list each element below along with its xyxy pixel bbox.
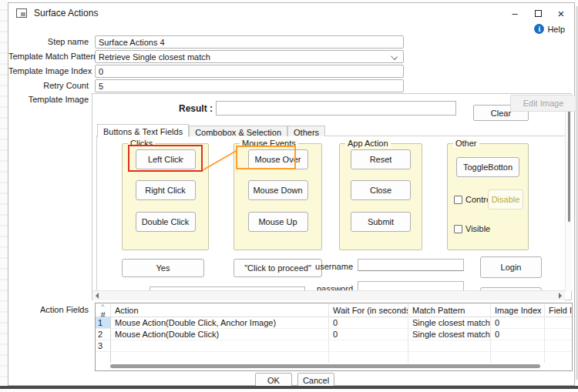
wait-for-cell: [329, 340, 408, 352]
template-match-pattern-select[interactable]: Retrieve Single closest match: [95, 50, 404, 63]
other-group: Other ToggleBotton Control Disable Visib…: [447, 143, 529, 250]
field-info-cell: [545, 317, 572, 329]
match-pattern-cell: Single closest match: [408, 329, 491, 340]
vertical-scrollbar-thumb[interactable]: [568, 108, 570, 222]
close-button[interactable]: Close: [351, 180, 411, 200]
yes-button[interactable]: Yes: [122, 259, 204, 277]
right-click-button[interactable]: Right Click: [136, 180, 196, 200]
visible-checkbox-row: Visible: [454, 224, 490, 233]
wait-for-cell: 0: [329, 317, 408, 329]
login-button[interactable]: Login: [480, 256, 542, 278]
mouse-down-button[interactable]: Mouse Down: [248, 180, 308, 200]
submit-button[interactable]: Submit: [351, 212, 411, 232]
table-scrollbar-thumb[interactable]: [110, 364, 540, 368]
control-checkbox[interactable]: [454, 196, 462, 204]
action-cell: [111, 352, 329, 364]
template-image-index-input[interactable]: [95, 65, 404, 78]
window-controls: – ×: [503, 3, 573, 23]
action-fields-label: Action Fields: [8, 305, 89, 314]
reset-button[interactable]: Reset: [351, 149, 411, 169]
help-link[interactable]: i Help: [534, 24, 565, 34]
caret-up-icon: ^: [97, 303, 109, 308]
row-number-cell[interactable]: 1: [96, 317, 111, 329]
field-info-cell: [545, 340, 572, 352]
tab-combobox-selection[interactable]: Combobox & Selection: [189, 126, 287, 136]
scroll-right-icon[interactable]: [559, 293, 562, 299]
window-title: Surface Actions: [34, 8, 98, 18]
column-header-action: Action: [111, 303, 329, 317]
column-header-match-pattern: Match Pattern: [408, 303, 491, 317]
image-index-cell: [491, 352, 545, 364]
result-input[interactable]: [216, 101, 456, 116]
surface-actions-dialog: Surface Actions – × i Help Step name Tem…: [8, 2, 575, 386]
control-checkbox-row: Control: [454, 195, 492, 204]
template-image-panel: Edit Image Result : Clear Buttons & Text…: [92, 93, 572, 300]
template-match-pattern-value: Retrieve Single closest match: [99, 52, 210, 62]
table-row-empty: [96, 352, 572, 364]
retry-count-label: Retry Count: [8, 81, 89, 90]
tab-buttons-text-fields[interactable]: Buttons & Text Fields: [97, 124, 189, 137]
step-name-input[interactable]: [95, 35, 404, 49]
tab-others[interactable]: Others: [287, 126, 325, 136]
visible-checkbox-label: Visible: [465, 224, 490, 233]
window-icon: [16, 8, 27, 18]
table-horizontal-scrollbar[interactable]: [96, 363, 571, 370]
template-image-label: Template Image: [8, 95, 89, 104]
edit-image-button[interactable]: Edit Image: [510, 95, 576, 112]
field-info-cell: [545, 329, 572, 340]
row-number-cell[interactable]: 3: [96, 340, 111, 352]
horizontal-scrollbar[interactable]: [92, 290, 565, 300]
action-cell: Mouse Action(Double Click, Anchor Image): [111, 317, 329, 329]
column-header-number[interactable]: ^ #: [96, 303, 111, 317]
template-image-index-label: Template Image Index: [8, 66, 89, 75]
action-cell: Mouse Action(Double Click): [111, 329, 329, 340]
orange-highlight-box: [236, 146, 296, 169]
double-click-button[interactable]: Double Click: [136, 212, 196, 232]
other-group-title: Other: [453, 139, 479, 148]
app-action-group: App Action Reset Close Submit: [339, 143, 422, 250]
close-icon[interactable]: ×: [549, 3, 573, 23]
image-index-cell: 0: [491, 329, 545, 340]
info-icon: i: [534, 24, 544, 34]
result-label: Result :: [179, 103, 213, 114]
background-window-sliver: [0, 0, 8, 392]
chevron-down-icon: [391, 53, 398, 60]
app-action-group-title: App Action: [345, 139, 391, 148]
step-name-label: Step name: [8, 37, 89, 46]
retry-count-input[interactable]: [95, 79, 404, 92]
tab-strip: Buttons & Text Fields Combobox & Selecti…: [97, 124, 325, 136]
column-header-image-index: Image Index: [491, 303, 545, 317]
maximize-box: [535, 10, 542, 17]
number-header-label: #: [100, 310, 105, 317]
match-pattern-cell: [408, 340, 491, 352]
action-fields-table: ^ # Action Wait For (in seconds) Match P…: [95, 303, 573, 371]
minimize-icon[interactable]: –: [503, 3, 526, 23]
disable-button[interactable]: Disable: [488, 189, 523, 209]
username-input[interactable]: [358, 259, 464, 271]
table-row[interactable]: 1 Mouse Action(Double Click, Anchor Imag…: [96, 317, 572, 329]
username-label: username: [305, 262, 353, 271]
red-highlight-box: [128, 145, 203, 172]
template-match-pattern-label: Template Match Pattern: [8, 52, 89, 61]
wait-for-cell: [329, 352, 408, 364]
mouse-up-button[interactable]: Mouse Up: [248, 212, 308, 232]
match-pattern-cell: [408, 352, 491, 364]
image-index-cell: [491, 340, 545, 352]
maximize-icon[interactable]: [526, 3, 549, 23]
row-number-cell[interactable]: 2: [96, 329, 111, 340]
table-row[interactable]: 2 Mouse Action(Double Click) 0 Single cl…: [96, 329, 572, 340]
toggle-button[interactable]: ToggleBotton: [456, 157, 519, 177]
match-pattern-cell: Single closest match: [408, 317, 491, 329]
table-row[interactable]: 3: [96, 340, 572, 352]
visible-checkbox[interactable]: [454, 225, 462, 233]
vertical-scrollbar[interactable]: [565, 94, 572, 290]
row-number-cell: [96, 352, 111, 364]
field-info-cell: [545, 352, 572, 364]
wait-for-cell: 0: [329, 329, 408, 340]
screen: Surface Actions – × i Help Step name Tem…: [0, 0, 578, 392]
help-label: Help: [547, 25, 565, 34]
action-cell: [111, 340, 329, 352]
scroll-left-icon[interactable]: [96, 293, 99, 299]
column-header-wait-for: Wait For (in seconds): [329, 303, 408, 317]
column-header-field-info: Field Info: [545, 303, 572, 317]
